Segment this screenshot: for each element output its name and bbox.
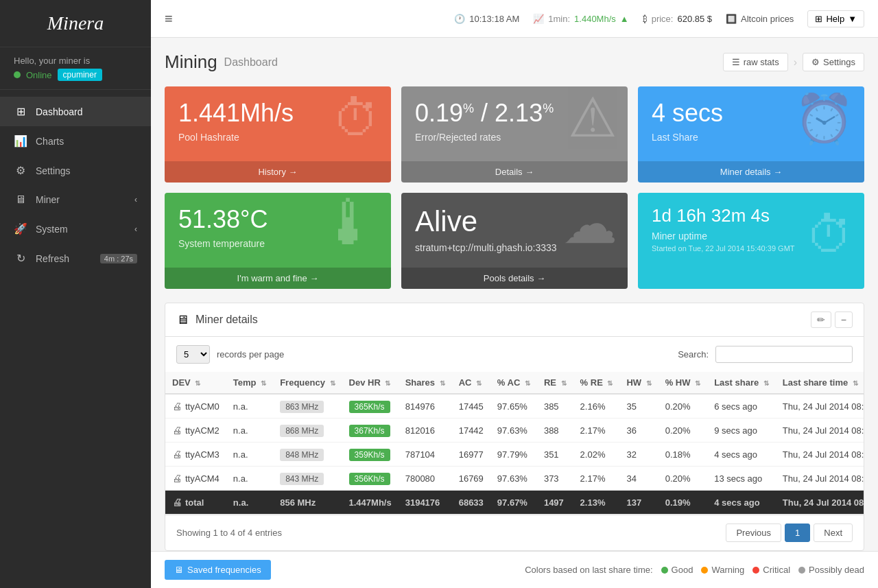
cell-frequency: 848 MHz (273, 443, 342, 467)
cloud-icon: ☁ (562, 193, 617, 256)
cell-total-devhr: 1.447Mh/s (342, 491, 399, 515)
page-header: Mining Dashboard ☰ raw stats › ⚙ Setting… (165, 51, 864, 73)
cell-devhr: 359Kh/s (342, 443, 399, 467)
card-uptime: 1d 16h 32m 4s Miner uptime Started on Tu… (638, 193, 864, 289)
cell-pct-ac: 97.63% (490, 467, 537, 491)
next-button[interactable]: Next (814, 524, 853, 542)
dev-icon: 🖨 (172, 449, 182, 460)
sidebar-item-refresh[interactable]: ↻ Refresh 4m : 27s (0, 244, 151, 273)
sidebar-item-dashboard[interactable]: ⊞ Dashboard (0, 97, 151, 126)
col-pct-ac[interactable]: % AC ⇅ (490, 372, 537, 394)
hashrate-label: 1min: (548, 14, 570, 24)
cell-last-share-time: Thu, 24 Jul 2014 08:12:35 GMT (776, 467, 864, 491)
save-icon: 🖥 (174, 565, 183, 575)
saved-frequencies-button[interactable]: 🖥 Saved frequencies (165, 560, 271, 580)
warning-label: Warning (711, 565, 744, 575)
col-pct-hw[interactable]: % HW ⇅ (658, 372, 707, 394)
cell-last-share: 9 secs ago (707, 419, 776, 443)
col-ac[interactable]: AC ⇅ (452, 372, 490, 394)
settings-button[interactable]: ⚙ Settings (803, 53, 864, 71)
error-rates-footer[interactable]: Details → (401, 161, 628, 183)
collapse-button[interactable]: − (835, 311, 853, 328)
settings-gear-icon: ⚙ (811, 57, 820, 67)
section-title: Miner details (195, 314, 258, 326)
help-button[interactable]: ⊞ Help ▼ (807, 10, 864, 27)
cell-total-shares: 3194176 (399, 491, 452, 515)
card-temperature-body: 51.38°C System temperature 🌡 (165, 193, 391, 268)
warning-dot (701, 567, 708, 574)
separator: › (794, 56, 797, 69)
cell-re: 385 (537, 394, 573, 419)
miner-arrow-icon: ‹ (134, 195, 137, 204)
card-last-share-body: 4 secs Last Share ⏰ (638, 86, 864, 161)
temperature-footer[interactable]: I'm warm and fine → (165, 268, 391, 289)
table-wrap: DEV ⇅ Temp ⇅ Frequency ⇅ Dev HR ⇅ Shares… (165, 372, 864, 515)
cell-last-share-time: Thu, 24 Jul 2014 08:12:42 GMT (776, 394, 864, 419)
speedometer-icon: ⏱ (333, 91, 381, 146)
sidebar-item-system[interactable]: 🚀 System ‹ (0, 214, 151, 244)
search-label: Search: (678, 349, 709, 360)
search-input[interactable] (715, 346, 853, 363)
page-1-button[interactable]: 1 (785, 524, 810, 542)
table-row: 🖨ttyACM4 n.a. 843 MHz 356Kh/s 780080 167… (165, 467, 864, 491)
legend-good: Good (661, 565, 693, 575)
thermometer-icon: 🌡 (319, 193, 381, 259)
cell-pct-hw: 0.20% (658, 394, 707, 419)
sort-ac-icon: ⇅ (476, 379, 482, 387)
col-last-share[interactable]: Last share ⇅ (707, 372, 776, 394)
col-dev[interactable]: DEV ⇅ (165, 372, 226, 394)
col-re[interactable]: RE ⇅ (537, 372, 573, 394)
col-temp[interactable]: Temp ⇅ (226, 372, 273, 394)
miner-table: DEV ⇅ Temp ⇅ Frequency ⇅ Dev HR ⇅ Shares… (165, 372, 864, 515)
col-pct-re[interactable]: % RE ⇅ (573, 372, 620, 394)
sidebar: Minera Hello, your miner is Online cpumi… (0, 0, 151, 588)
status-footer[interactable]: Pools details → (401, 268, 628, 289)
cell-devhr: 356Kh/s (342, 467, 399, 491)
page-header-actions: ☰ raw stats › ⚙ Settings (723, 53, 864, 71)
cell-re: 351 (537, 443, 573, 467)
cell-last-share-time: Thu, 24 Jul 2014 08:12:44 GMT (776, 443, 864, 467)
last-share-footer[interactable]: Miner details → (638, 161, 864, 183)
cell-total-pct-hw: 0.19% (658, 491, 707, 515)
devhr-badge: 359Kh/s (349, 449, 390, 461)
records-per-page-select[interactable]: 5 10 25 50 (176, 345, 210, 364)
freq-badge: 843 MHz (280, 473, 324, 485)
bitcoin-icon: ₿ (643, 14, 648, 24)
menu-toggle-icon[interactable]: ≡ (165, 11, 173, 27)
records-per-page-label: records per page (217, 349, 284, 360)
cell-frequency: 843 MHz (273, 467, 342, 491)
edit-button[interactable]: ✏ (811, 311, 831, 328)
cards-grid: 1.441Mh/s Pool Hashrate ⏱ History → 0.19… (165, 86, 864, 289)
raw-stats-button[interactable]: ☰ raw stats (723, 53, 788, 71)
critical-label: Critical (763, 565, 790, 575)
help-label: Help (826, 14, 844, 24)
col-hw[interactable]: HW ⇅ (619, 372, 658, 394)
topbar-time: 🕐 10:13:18 AM (454, 14, 519, 24)
col-devhr[interactable]: Dev HR ⇅ (342, 372, 399, 394)
col-shares[interactable]: Shares ⇅ (399, 372, 452, 394)
sidebar-item-refresh-label: Refresh (36, 253, 69, 264)
sidebar-item-settings[interactable]: ⚙ Settings (0, 156, 151, 185)
col-frequency[interactable]: Frequency ⇅ (273, 372, 342, 394)
topbar-altcoin[interactable]: 🔲 Altcoin prices (726, 14, 794, 24)
cell-last-share: 6 secs ago (707, 394, 776, 419)
freq-badge: 868 MHz (280, 425, 324, 437)
cell-temp: n.a. (226, 394, 273, 419)
previous-button[interactable]: Previous (726, 524, 781, 542)
cell-total-pct-ac: 97.67% (490, 491, 537, 515)
cell-total-last-share: 4 secs ago (707, 491, 776, 515)
cell-total-frequency: 856 MHz (273, 491, 342, 515)
pool-hashrate-footer[interactable]: History → (165, 161, 391, 183)
section-header: 🖥 Miner details ✏ − (165, 303, 864, 337)
content-area: Mining Dashboard ☰ raw stats › ⚙ Setting… (151, 38, 878, 551)
card-error-rates: 0.19% / 2.13% Error/Rejected rates ⚠ Det… (401, 86, 628, 183)
topbar-price: ₿ price: 620.85 $ (643, 14, 712, 24)
col-last-share-time[interactable]: Last share time ⇅ (776, 372, 864, 394)
cell-ac: 16769 (452, 467, 490, 491)
greeting-text: Hello, your miner is (14, 56, 137, 66)
miner-details-section: 🖥 Miner details ✏ − 5 10 25 50 records p… (165, 303, 864, 551)
main-area: ≡ 🕐 10:13:18 AM 📈 1min: 1.440Mh/s ▲ ₿ pr… (151, 0, 878, 588)
sidebar-item-miner[interactable]: 🖥 Miner ‹ (0, 185, 151, 214)
cell-total-temp: n.a. (226, 491, 273, 515)
sidebar-item-charts[interactable]: 📊 Charts (0, 126, 151, 156)
